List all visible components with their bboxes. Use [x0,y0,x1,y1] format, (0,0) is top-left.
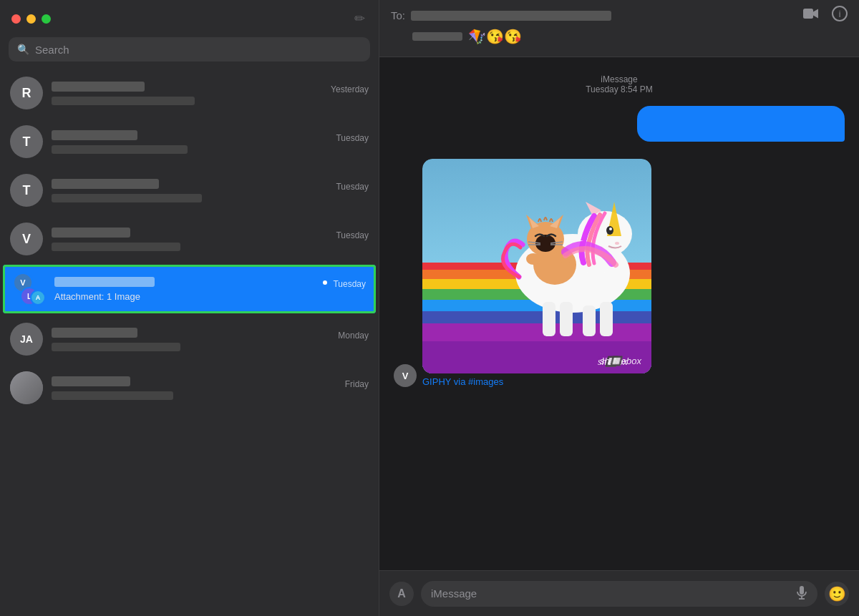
traffic-lights [11,14,51,24]
conv-preview-photo [52,391,173,400]
sidebar-titlebar: ✏ [0,0,379,37]
conv-name-ja [52,328,137,338]
conv-time-ja: Monday [338,328,369,341]
chat-area: To: i 🪁😘😘 [379,0,859,616]
avatar-t1: T [10,125,43,158]
conv-meta-ja: Monday [52,328,369,351]
conv-preview-r [52,97,195,105]
conversation-item-group[interactable]: V L A Tuesday Attachment: 1 Image [3,265,376,313]
sender-avatar-inline: V [394,364,417,387]
conv-meta-r: Yesterday [52,82,369,105]
svg-point-35 [526,253,540,265]
conv-preview-t2 [52,194,202,202]
app-store-button[interactable]: A [389,582,414,606]
to-label: To: [391,9,405,21]
svg-point-18 [609,228,612,230]
conv-meta-group: Tuesday Attachment: 1 Image [54,276,366,302]
shoebox-watermark: sh🔲ebox [600,356,641,366]
app-store-icon: A [397,587,406,600]
audio-record-icon[interactable] [796,585,807,602]
search-bar[interactable]: 🔍 Search [9,37,370,62]
conv-meta-photo: Friday [52,376,369,400]
to-line: To: [391,9,611,21]
chat-header: To: i 🪁😘😘 [379,0,859,57]
conv-name-group [54,277,155,287]
svg-rect-41 [800,586,804,595]
conv-time-group: Tuesday [333,276,366,289]
giphy-credit: GIPHY via #images [422,376,651,387]
conversation-item-t1[interactable]: T Tuesday [0,117,379,166]
image-message-container: sh 🔲 ebox sh🔲ebox GIPHY via #images [422,159,651,387]
chat-header-top: To: i [391,6,848,25]
outgoing-message-bubble [637,106,845,142]
avatar-v: V [10,223,43,255]
message-timestamp: iMessage Tuesday 8:54 PM [394,74,845,94]
emoji-icon: 🙂 [828,585,846,602]
unread-dot [323,280,327,285]
header-actions: i [803,6,848,25]
conv-preview-group: Attachment: 1 Image [54,291,366,302]
conv-name-r [52,82,145,92]
conv-name-t1 [52,130,137,140]
minimize-button[interactable] [26,14,36,24]
conversation-item-photo[interactable]: Friday [0,363,379,412]
avatar-r: R [10,77,43,109]
conv-preview-v [52,243,180,251]
svg-text:i: i [839,9,841,19]
outgoing-message-row [394,106,845,142]
emoji-button[interactable]: 🙂 [825,582,849,606]
header-name-row: 🪁😘😘 [391,28,848,45]
message-input-placeholder: iMessage [431,587,477,600]
conversation-item-v[interactable]: V Tuesday [0,215,379,263]
group-name-blur [412,32,462,41]
conv-meta-t2: Tuesday [52,179,369,202]
svg-point-19 [615,242,619,245]
conv-time-v: Tuesday [336,228,369,240]
conversation-item-ja[interactable]: JA Monday [0,315,379,363]
conv-time-t1: Tuesday [336,130,369,143]
svg-rect-22 [583,305,596,336]
conv-preview-t1 [52,145,188,154]
svg-rect-0 [803,9,813,19]
avatar-ja: JA [10,323,43,356]
conversations-list: R Yesterday T Tuesday T [0,69,379,616]
svg-rect-20 [543,302,555,336]
avatar-t2: T [10,174,43,207]
conv-name-t2 [52,179,159,189]
conv-meta-v: Tuesday [52,228,369,251]
conversation-item-r[interactable]: R Yesterday [0,69,379,117]
conv-name-v [52,228,130,238]
conv-preview-ja [52,343,180,351]
message-input-bar: A iMessage 🙂 [379,570,859,616]
avatar-photo [10,371,43,404]
compose-button[interactable]: ✏ [351,11,367,26]
conversation-item-t2[interactable]: T Tuesday [0,166,379,215]
conv-time-r: Yesterday [331,82,369,94]
group-sub-avatar-a: A [30,290,46,305]
incoming-image-row: V [394,159,845,387]
conv-name-photo [52,376,130,386]
video-call-icon[interactable] [803,7,820,24]
sidebar: ✏ 🔍 Search R Yesterday T Tuesday [0,0,379,616]
conv-meta-t1: Tuesday [52,130,369,154]
header-emoji: 🪁😘😘 [468,28,522,45]
group-avatar: V L A [13,273,46,305]
search-icon: 🔍 [17,44,29,55]
messages-area: iMessage Tuesday 8:54 PM V [379,57,859,570]
svg-point-17 [606,226,613,235]
recipient-name-blur [411,11,611,21]
close-button[interactable] [11,14,21,24]
search-input[interactable]: Search [35,44,69,56]
svg-rect-21 [560,302,573,336]
message-input-field[interactable]: iMessage [421,581,817,607]
info-icon[interactable]: i [832,6,848,25]
svg-rect-23 [600,302,613,336]
conv-time-photo: Friday [345,376,369,389]
fullscreen-button[interactable] [42,14,51,24]
giphy-image[interactable]: sh 🔲 ebox sh🔲ebox [422,159,651,373]
conv-time-t2: Tuesday [336,179,369,192]
